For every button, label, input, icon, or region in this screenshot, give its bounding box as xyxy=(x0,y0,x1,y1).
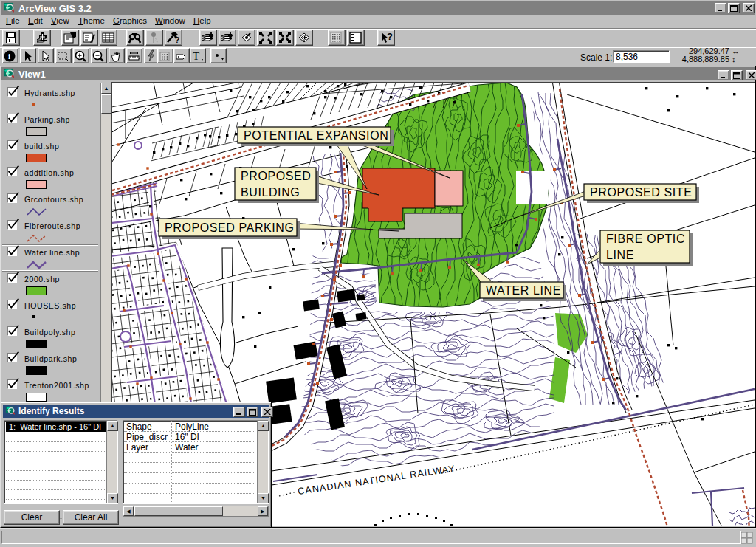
svg-text:PROPOSED PARKING: PROPOSED PARKING xyxy=(165,221,295,234)
svg-text:PROPOSED SITE: PROPOSED SITE xyxy=(590,186,693,199)
svg-text:LINE: LINE xyxy=(606,249,634,261)
svg-text:i: i xyxy=(8,52,10,61)
svg-text:FIBRE OPTIC: FIBRE OPTIC xyxy=(606,233,685,245)
svg-text:WATER LINE: WATER LINE xyxy=(486,284,561,297)
svg-text:BUILDING: BUILDING xyxy=(241,186,300,199)
svg-text:?: ? xyxy=(175,36,179,44)
svg-text:POTENTIAL EXPANSION: POTENTIAL EXPANSION xyxy=(244,129,388,142)
svg-text:?: ? xyxy=(387,31,393,42)
svg-text:PROPOSED: PROPOSED xyxy=(241,170,312,182)
svg-text:T: T xyxy=(193,50,199,62)
